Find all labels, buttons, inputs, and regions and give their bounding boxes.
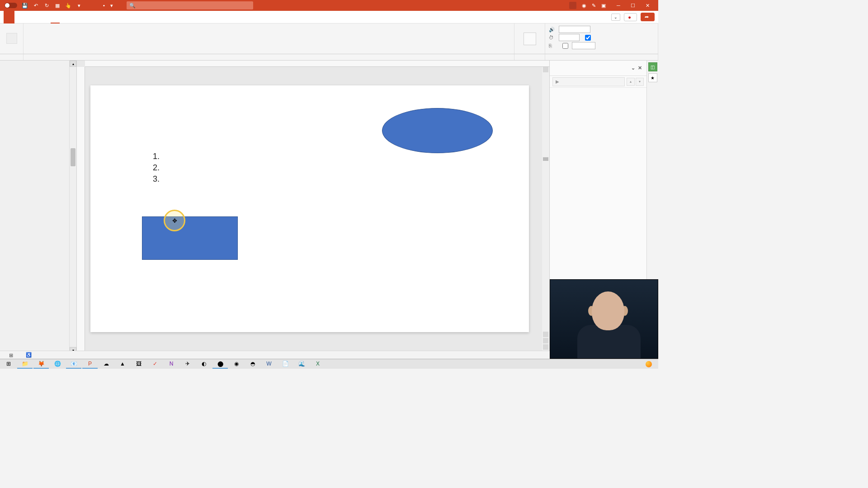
tab-ueberpruefen[interactable] — [87, 11, 96, 23]
user-avatar[interactable] — [569, 2, 576, 9]
tab-uebergaenge[interactable] — [51, 11, 60, 23]
prev-slide-icon[interactable] — [543, 338, 548, 343]
save-icon[interactable]: 💾 — [22, 2, 28, 9]
close-button[interactable]: ✕ — [640, 0, 655, 11]
document-title: • ▾ — [100, 3, 113, 9]
pane-dropdown-icon[interactable]: ⌄ — [631, 65, 635, 71]
touch-mode-icon[interactable]: 👆 — [65, 2, 71, 9]
on-click-checkbox[interactable] — [585, 35, 591, 41]
firefox-icon[interactable]: 🦊 — [33, 360, 49, 369]
start-icon[interactable]: ⊞ — [1, 360, 16, 369]
ribbon-group-labels — [0, 54, 658, 61]
window-options-icon[interactable]: ▣ — [601, 3, 606, 9]
irfanview-icon[interactable]: 🖼 — [131, 360, 146, 369]
pane-close-icon[interactable]: ✕ — [638, 65, 642, 71]
ribbon: 🔊 ⏱ ⎘ — [0, 23, 658, 54]
group-label-timing — [545, 54, 658, 60]
tab-hilfe[interactable] — [114, 11, 123, 23]
onenote-icon[interactable]: N — [164, 360, 179, 369]
chrome-icon[interactable]: 🌐 — [50, 360, 65, 369]
autosave-toggle[interactable] — [2, 3, 17, 8]
apply-all-icon[interactable]: ⎘ — [549, 43, 555, 48]
scroll-up-icon[interactable]: ▴ — [70, 61, 76, 67]
word-icon[interactable]: W — [261, 360, 277, 369]
play-all-button: ▶ — [552, 77, 625, 86]
tab-dictation[interactable] — [105, 11, 114, 23]
share-button[interactable]: ➦ — [641, 13, 655, 21]
scroll-down-icon[interactable] — [543, 332, 548, 337]
app3-icon[interactable]: 📄 — [278, 360, 293, 369]
thumbnail-panel: ▴ ▾ — [0, 61, 77, 353]
vlc-icon[interactable]: ▲ — [115, 360, 130, 369]
coming-soon-icon[interactable]: ◉ — [582, 3, 586, 9]
slide-shape-ellipse[interactable] — [382, 108, 493, 153]
after-checkbox[interactable] — [562, 43, 568, 49]
duration-icon: ⏱ — [549, 35, 555, 40]
accessibility-icon: ⊞ — [9, 352, 13, 358]
outlook-icon[interactable]: 📧 — [66, 360, 81, 369]
after-input[interactable] — [572, 42, 595, 49]
explorer-icon[interactable]: 📁 — [17, 360, 33, 369]
designer-icon[interactable]: ◫ — [648, 62, 657, 71]
undo-icon[interactable]: ↶ — [33, 2, 39, 9]
record-icon[interactable]: ◉ — [229, 360, 244, 369]
preview-icon[interactable] — [6, 33, 17, 44]
tab-file[interactable] — [4, 11, 14, 23]
thumbnail-scrollbar[interactable]: ▴ ▾ — [69, 61, 76, 353]
taskbar: ⊞ 📁 🦊 🌐 📧 P ☁ ▲ 🖼 ✓ N ✈ ◐ ⬤ ◉ ◓ W 📄 🌊 X — [0, 359, 658, 369]
slide-text-block[interactable] — [149, 151, 162, 185]
obs-icon[interactable]: ⬤ — [212, 360, 228, 369]
duration-input[interactable] — [559, 34, 580, 41]
ribbon-group-preview — [0, 23, 24, 54]
ribbon-group-transitions — [24, 23, 514, 54]
tab-animationen[interactable] — [60, 11, 69, 23]
tab-einfuegen[interactable] — [24, 11, 33, 23]
tab-aufzeichnen[interactable] — [78, 11, 87, 23]
pen-icon[interactable]: ✎ — [592, 3, 596, 9]
slide-canvas[interactable]: ✥ — [90, 85, 529, 332]
title-bar: 💾 ↶ ↻ ▦ 👆 ▾ • ▾ 🔍 ◉ ✎ ▣ ─ ☐ ✕ — [0, 0, 658, 11]
ruler-vertical — [77, 67, 85, 353]
ruler-horizontal — [85, 61, 549, 67]
tab-zeichnen[interactable] — [33, 11, 42, 23]
animation-icon[interactable]: ★ — [648, 73, 657, 82]
excel-icon[interactable]: X — [310, 360, 326, 369]
weather-icon[interactable] — [646, 361, 652, 367]
cursor-highlight: ✥ — [164, 210, 185, 231]
slide-shape-rectangle[interactable] — [142, 216, 238, 260]
todoist-icon[interactable]: ✓ — [147, 360, 163, 369]
record-button[interactable]: ● — [624, 13, 637, 21]
tab-bildschirmpraesentation[interactable] — [69, 11, 78, 23]
toggle-switch[interactable] — [5, 3, 17, 8]
slide-edit-area: ✥ — [77, 61, 549, 353]
play-icon: ▶ — [556, 79, 559, 84]
maximize-button[interactable]: ☐ — [626, 0, 640, 11]
next-slide-icon[interactable] — [543, 344, 548, 350]
powerpoint-icon[interactable]: P — [82, 360, 98, 369]
ribbon-group-effect — [514, 23, 545, 54]
sound-select[interactable] — [559, 26, 590, 33]
redo-icon[interactable]: ↻ — [43, 2, 50, 9]
title-dropdown-icon[interactable]: ▾ — [110, 3, 113, 9]
animation-toolbar: ▶ ▴ ▾ — [550, 76, 646, 88]
scroll-thumb[interactable] — [543, 157, 548, 161]
accessibility-check-icon[interactable]: ♿ — [26, 352, 32, 358]
edge-icon[interactable]: 🌊 — [294, 360, 309, 369]
tab-start[interactable] — [14, 11, 24, 23]
scroll-up-icon[interactable] — [543, 67, 548, 72]
edit-scrollbar[interactable] — [542, 67, 549, 353]
tab-ansicht[interactable] — [96, 11, 105, 23]
ribbon-display-icon[interactable]: ⌄ — [611, 14, 620, 21]
scroll-thumb[interactable] — [71, 148, 75, 166]
from-beginning-icon[interactable]: ▦ — [54, 2, 61, 9]
sketch-icon[interactable]: ☁ — [99, 360, 114, 369]
search-box[interactable]: 🔍 — [127, 1, 253, 9]
app-icon[interactable]: ◐ — [196, 360, 212, 369]
effect-options-icon — [524, 33, 536, 45]
app2-icon[interactable]: ◓ — [245, 360, 260, 369]
qat-dropdown-icon[interactable]: ▾ — [76, 2, 82, 9]
tab-entwurf[interactable] — [42, 11, 51, 23]
group-label-preview — [0, 54, 24, 60]
minimize-button[interactable]: ─ — [611, 0, 626, 11]
telegram-icon[interactable]: ✈ — [180, 360, 195, 369]
